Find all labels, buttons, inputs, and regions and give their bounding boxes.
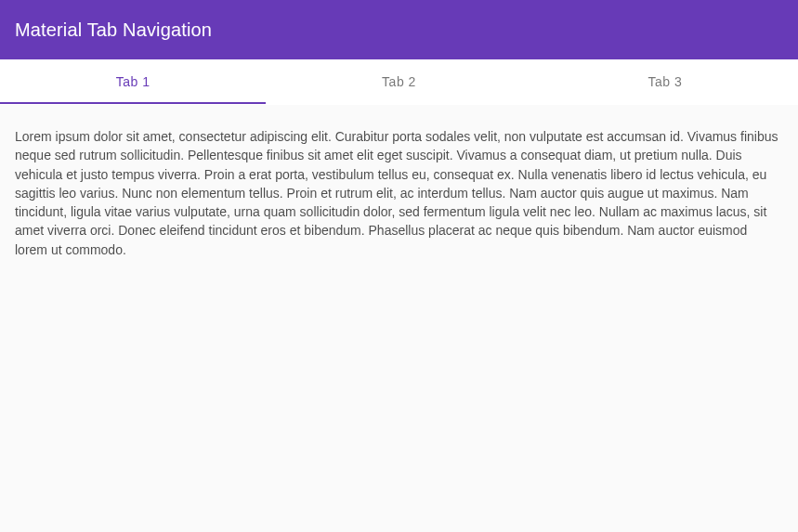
tab-content: Lorem ipsum dolor sit amet, consectetur …	[0, 105, 798, 281]
tab-1[interactable]: Tab 1	[0, 59, 266, 104]
tab-3-label: Tab 3	[648, 74, 682, 89]
app-header: Material Tab Navigation	[0, 0, 798, 59]
tab-3[interactable]: Tab 3	[532, 59, 798, 104]
tabs-bar: Tab 1 Tab 2 Tab 3	[0, 59, 798, 105]
tab-1-label: Tab 1	[116, 74, 150, 89]
tab-body-text: Lorem ipsum dolor sit amet, consectetur …	[15, 127, 783, 259]
tab-2[interactable]: Tab 2	[266, 59, 531, 104]
tab-2-label: Tab 2	[382, 74, 416, 89]
page-title: Material Tab Navigation	[15, 19, 212, 41]
